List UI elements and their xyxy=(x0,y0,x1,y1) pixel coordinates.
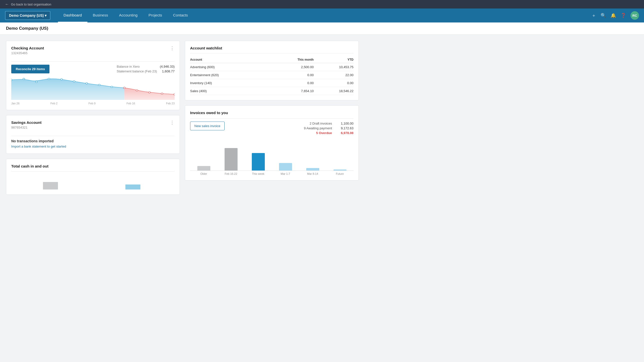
bar-label-mar17: Mar 1-7 xyxy=(272,172,299,175)
invoice-bars xyxy=(190,141,354,171)
watchlist-ytd-3: 18,546.22 xyxy=(314,87,354,95)
company-name: Demo Company (US) xyxy=(9,13,44,17)
overdue-value: 6,978.08 xyxy=(336,131,354,135)
bar-this-week xyxy=(244,153,272,171)
watchlist-col-account: Account xyxy=(190,56,269,63)
checking-account-number: 132435465 xyxy=(11,51,44,55)
bar-older xyxy=(190,166,217,171)
top-bar: ← Go back to last organisation xyxy=(0,0,644,8)
chart-label-feb2: Feb 2 xyxy=(50,102,58,105)
bar-mar17 xyxy=(272,163,299,171)
svg-point-12 xyxy=(149,92,151,93)
svg-point-4 xyxy=(60,79,62,80)
chart-label-feb23: Feb 23 xyxy=(166,102,174,105)
nav-actions: ＋ 🔍 🔔 ❓ RC xyxy=(592,11,639,20)
bar-future xyxy=(326,170,354,171)
bar-future-bar xyxy=(334,170,346,171)
bar-feb1622-bar xyxy=(224,148,238,171)
savings-account-card: Savings Account 987654321 ⋮ No transacti… xyxy=(6,115,180,154)
invoices-card: Invoices owed to you New sales invoice 2… xyxy=(185,105,359,181)
bar-mar814 xyxy=(299,168,326,171)
import-bank-statement-link[interactable]: Import a bank statement to get started xyxy=(11,145,66,148)
svg-point-6 xyxy=(86,83,88,84)
balance-xero-value: (4,946.33) xyxy=(160,65,174,68)
bar-chart-labels: Older Feb 16-22 This week Mar 1-7 Mar 8-… xyxy=(190,172,354,175)
svg-rect-15 xyxy=(43,182,58,189)
chart-label-feb16: Feb 16 xyxy=(126,102,135,105)
nav-item-dashboard[interactable]: Dashboard xyxy=(58,8,87,22)
nav-item-accounting[interactable]: Accounting xyxy=(114,8,143,22)
nav-item-contacts[interactable]: Contacts xyxy=(168,8,193,22)
nav-item-projects[interactable]: Projects xyxy=(143,8,168,22)
invoice-stats: 2 Draft invoices 1,100.00 9 Awaiting pay… xyxy=(304,122,354,136)
watchlist-account-0: Advertising (600) xyxy=(190,63,269,71)
checking-chart xyxy=(11,77,174,100)
watchlist-ytd-0: 10,453.75 xyxy=(314,63,354,71)
watchlist-card: Account watchlist Account This month YTD… xyxy=(185,41,359,100)
bar-label-mar814: Mar 8-14 xyxy=(299,172,326,175)
invoices-top-section: New sales invoice 2 Draft invoices 1,100… xyxy=(190,122,354,136)
bar-this-week-bar xyxy=(252,153,265,171)
watchlist-title: Account watchlist xyxy=(190,46,354,50)
page-header: Demo Company (US) xyxy=(0,22,644,35)
total-cash-title: Total cash in and out xyxy=(11,164,174,168)
reconcile-button[interactable]: Reconcile 29 items xyxy=(11,65,50,73)
bell-icon[interactable]: 🔔 xyxy=(610,13,616,18)
watchlist-this-month-2: 0.00 xyxy=(269,79,314,87)
savings-account-number: 987654321 xyxy=(11,126,42,129)
no-transactions-text: No transactions imported xyxy=(11,139,174,143)
chart-label-jan26: Jan 26 xyxy=(11,102,20,105)
watchlist-this-month-1: 0.00 xyxy=(269,71,314,79)
bar-mar814-bar xyxy=(306,168,319,171)
awaiting-payment-label: 9 Awaiting payment xyxy=(304,126,332,130)
bar-feb1622 xyxy=(217,148,244,171)
svg-point-2 xyxy=(36,81,38,83)
svg-point-8 xyxy=(111,86,113,88)
statement-balance-value: 1,608.77 xyxy=(162,69,174,73)
awaiting-payment-value: 9,172.63 xyxy=(336,126,354,130)
svg-point-7 xyxy=(98,84,100,86)
savings-account-menu-icon[interactable]: ⋮ xyxy=(170,120,174,125)
help-icon[interactable]: ❓ xyxy=(620,13,626,18)
bar-label-older: Older xyxy=(190,172,217,175)
watchlist-table: Account This month YTD Advertising (600)… xyxy=(190,56,354,95)
balance-xero-label: Balance in Xero xyxy=(117,65,140,68)
add-icon[interactable]: ＋ xyxy=(592,12,596,18)
back-arrow-icon: ← xyxy=(5,2,9,6)
search-icon[interactable]: 🔍 xyxy=(600,13,606,18)
savings-account-title: Savings Account xyxy=(11,120,42,125)
watchlist-row: Entertainment (620) 0.00 22.00 xyxy=(190,71,354,79)
invoices-title: Invoices owed to you xyxy=(190,111,354,115)
bar-mar17-bar xyxy=(279,163,292,171)
svg-point-10 xyxy=(124,87,126,89)
watchlist-col-ytd: YTD xyxy=(314,56,354,63)
nav-links: Dashboard Business Accounting Projects C… xyxy=(58,8,592,22)
svg-point-1 xyxy=(23,78,25,80)
svg-point-14 xyxy=(174,94,174,95)
company-chevron-icon: ▾ xyxy=(45,13,46,17)
checking-account-title: Checking Account xyxy=(11,46,44,50)
chart-date-labels: Jan 26 Feb 2 Feb 9 Feb 16 Feb 23 xyxy=(11,102,174,105)
watchlist-account-3: Sales (400) xyxy=(190,87,269,95)
watchlist-col-this-month: This month xyxy=(269,56,314,63)
watchlist-account-2: Inventory (140) xyxy=(190,79,269,87)
user-avatar[interactable]: RC xyxy=(630,11,639,20)
main-nav: Demo Company (US) ▾ Dashboard Business A… xyxy=(0,8,644,22)
watchlist-row: Sales (400) 7,654.10 18,546.22 xyxy=(190,87,354,95)
bar-label-this-week: This week xyxy=(244,172,272,175)
svg-point-5 xyxy=(73,81,75,82)
company-selector[interactable]: Demo Company (US) ▾ xyxy=(5,11,50,20)
statement-balance-label: Statement balance (Feb 23) xyxy=(117,69,157,73)
left-column: Checking Account 132435465 ⋮ Reconcile 2… xyxy=(6,41,180,195)
chart-label-feb9: Feb 9 xyxy=(88,102,96,105)
total-cash-card: Total cash in and out xyxy=(6,159,180,195)
nav-item-business[interactable]: Business xyxy=(88,8,114,22)
back-to-org-label[interactable]: Go back to last organisation xyxy=(11,2,51,6)
right-column: Account watchlist Account This month YTD… xyxy=(185,41,359,195)
draft-invoices-label: 2 Draft invoices xyxy=(310,122,332,125)
new-sales-invoice-button[interactable]: New sales invoice xyxy=(190,122,224,130)
checking-account-menu-icon[interactable]: ⋮ xyxy=(170,46,174,50)
account-balance-section: Reconcile 29 items Balance in Xero (4,94… xyxy=(11,65,174,73)
balance-info: Balance in Xero (4,946.33) Statement bal… xyxy=(117,65,174,73)
watchlist-ytd-1: 22.00 xyxy=(314,71,354,79)
